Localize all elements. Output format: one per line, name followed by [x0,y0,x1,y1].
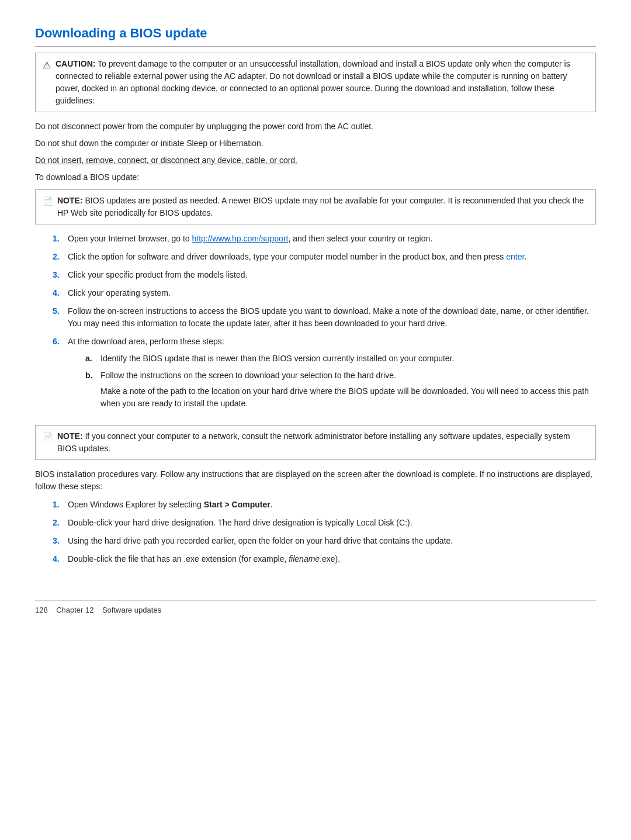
footer-section: Software updates [102,606,161,614]
step-1-text: Open your Internet browser, go to http:/… [68,233,432,245]
caution-box: ⚠ CAUTION: To prevent damage to the comp… [35,53,596,112]
note-1-body: BIOS updates are posted as needed. A new… [57,196,584,217]
page-title: Downloading a BIOS update [35,23,596,47]
note-box-2: 📄 NOTE: If you connect your computer to … [35,425,596,460]
substep-a-letter: a. [85,352,95,365]
step-2-text: Click the option for software and driver… [68,251,526,263]
step-4-text: Click your operating system. [68,287,171,299]
step-3-num: 3. [53,269,62,281]
substep-a: a. Identify the BIOS update that is newe… [85,352,596,365]
caution-body: To prevent damage to the computer or an … [56,59,570,105]
steps-list-2: 1. Open Windows Explorer by selecting St… [53,499,596,565]
step-2: 2. Click the option for software and dri… [53,251,596,263]
substep-b-content: Follow the instructions on the screen to… [100,369,596,414]
step2-2-num: 2. [53,517,62,529]
note-1-text: NOTE: BIOS updates are posted as needed.… [57,195,588,219]
step-5-num: 5. [53,305,62,330]
substep-b-subnote: Make a note of the path to the location … [100,385,596,410]
note-box-1: 📄 NOTE: BIOS updates are posted as neede… [35,189,596,224]
guideline-1: Do not disconnect power from the compute… [35,120,596,133]
step-2-num: 2. [53,251,62,263]
step2-3: 3. Using the hard drive path you recorde… [53,535,596,547]
substep-b-text: Follow the instructions on the screen to… [100,371,396,380]
step2-4: 4. Double-click the file that has an .ex… [53,553,596,565]
step-1-num: 1. [53,233,62,245]
step-6-content: At the download area, perform these step… [68,336,596,419]
note-icon-2: 📄 [43,431,53,443]
step-6: 6. At the download area, perform these s… [53,336,596,419]
step-3: 3. Click your specific product from the … [53,269,596,281]
note-2-label: NOTE: [57,431,83,441]
steps-list-1: 1. Open your Internet browser, go to htt… [53,233,596,419]
step2-2: 2. Double-click your hard drive designat… [53,517,596,529]
guideline-3: Do not insert, remove, connect, or disco… [35,154,596,167]
step2-3-num: 3. [53,535,62,547]
filename-italic: filename [289,554,320,564]
step-6-text: At the download area, perform these step… [68,337,224,346]
caution-icon: ⚠ [43,58,51,72]
step-5-text: Follow the on-screen instructions to acc… [68,305,596,330]
substep-a-text: Identify the BIOS update that is newer t… [100,352,454,365]
step-5: 5. Follow the on-screen instructions to … [53,305,596,330]
footer-chapter: Chapter 12 [56,606,93,614]
caution-text: CAUTION: To prevent damage to the comput… [56,58,588,107]
note-2-text: NOTE: If you connect your computer to a … [57,430,588,455]
step-4-num: 4. [53,287,62,299]
step2-3-text: Using the hard drive path you recorded e… [68,535,453,547]
page-footer: 128 Chapter 12 Software updates [35,600,596,616]
sub-steps-list: a. Identify the BIOS update that is newe… [85,352,596,414]
intro-text: To download a BIOS update: [35,171,596,184]
footer-page-num: 128 [35,606,48,614]
note-2-body: If you connect your computer to a networ… [57,431,570,453]
step2-1-text: Open Windows Explorer by selecting Start… [68,499,273,511]
step-3-text: Click your specific product from the mod… [68,269,247,281]
start-computer-label: Start > Computer [204,500,271,509]
post-download-text: BIOS installation procedures vary. Follo… [35,468,596,493]
caution-label: CAUTION: [56,59,95,68]
step2-4-text: Double-click the file that has an .exe e… [68,553,340,565]
step2-1-num: 1. [53,499,62,511]
substep-b: b. Follow the instructions on the screen… [85,369,596,414]
note-icon-1: 📄 [43,195,53,208]
guideline-2: Do not shut down the computer or initiat… [35,137,596,150]
step2-4-num: 4. [53,553,62,565]
step-4: 4. Click your operating system. [53,287,596,299]
step-6-num: 6. [53,336,62,419]
substep-b-letter: b. [85,369,95,414]
enter-key: enter [506,252,524,261]
note-1-label: NOTE: [57,196,83,205]
step-1: 1. Open your Internet browser, go to htt… [53,233,596,245]
hp-support-link[interactable]: http://www.hp.com/support [192,234,288,243]
step2-1: 1. Open Windows Explorer by selecting St… [53,499,596,511]
step2-2-text: Double-click your hard drive designation… [68,517,412,529]
